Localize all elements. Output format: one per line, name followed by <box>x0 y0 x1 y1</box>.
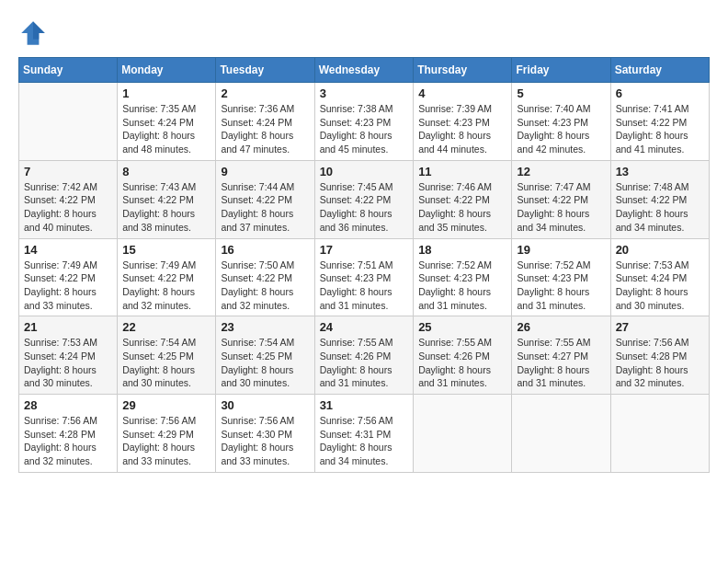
calendar-day-cell: 18Sunrise: 7:52 AMSunset: 4:23 PMDayligh… <box>414 238 512 316</box>
calendar-day-cell: 25Sunrise: 7:55 AMSunset: 4:26 PMDayligh… <box>414 316 512 395</box>
day-detail: Sunrise: 7:49 AMSunset: 4:22 PMDaylight:… <box>24 259 112 313</box>
day-number: 9 <box>221 165 309 178</box>
calendar-day-cell: 26Sunrise: 7:55 AMSunset: 4:27 PMDayligh… <box>512 316 610 395</box>
day-detail: Sunrise: 7:56 AMSunset: 4:31 PMDaylight:… <box>320 414 409 468</box>
day-number: 4 <box>418 86 506 100</box>
day-detail: Sunrise: 7:55 AMSunset: 4:26 PMDaylight:… <box>320 336 409 390</box>
calendar-day-cell: 15Sunrise: 7:49 AMSunset: 4:22 PMDayligh… <box>118 238 216 316</box>
day-detail: Sunrise: 7:56 AMSunset: 4:30 PMDaylight:… <box>221 414 309 468</box>
day-number: 19 <box>517 243 605 257</box>
day-number: 13 <box>616 165 704 178</box>
weekday-header-cell: Thursday <box>414 58 512 83</box>
calendar-day-cell: 28Sunrise: 7:56 AMSunset: 4:28 PMDayligh… <box>19 395 118 473</box>
day-number: 28 <box>24 398 112 412</box>
calendar-day-cell: 8Sunrise: 7:43 AMSunset: 4:22 PMDaylight… <box>118 160 216 238</box>
weekday-header-row: SundayMondayTuesdayWednesdayThursdayFrid… <box>19 58 710 83</box>
day-number: 7 <box>24 165 112 178</box>
day-detail: Sunrise: 7:53 AMSunset: 4:24 PMDaylight:… <box>24 336 112 390</box>
day-number: 31 <box>320 398 409 412</box>
day-number: 27 <box>616 320 704 334</box>
calendar-day-cell: 5Sunrise: 7:40 AMSunset: 4:23 PMDaylight… <box>512 83 610 161</box>
calendar-day-cell: 14Sunrise: 7:49 AMSunset: 4:22 PMDayligh… <box>19 238 118 316</box>
day-detail: Sunrise: 7:43 AMSunset: 4:22 PMDaylight:… <box>122 180 210 235</box>
calendar-day-cell <box>512 395 610 473</box>
day-detail: Sunrise: 7:42 AMSunset: 4:22 PMDaylight:… <box>24 180 112 235</box>
day-number: 8 <box>122 165 210 178</box>
day-number: 5 <box>517 86 605 100</box>
calendar-week-row: 1Sunrise: 7:35 AMSunset: 4:24 PMDaylight… <box>19 83 710 161</box>
day-detail: Sunrise: 7:47 AMSunset: 4:22 PMDaylight:… <box>517 180 605 235</box>
calendar-day-cell: 22Sunrise: 7:54 AMSunset: 4:25 PMDayligh… <box>118 316 216 395</box>
day-detail: Sunrise: 7:35 AMSunset: 4:24 PMDaylight:… <box>122 102 210 156</box>
calendar-week-row: 28Sunrise: 7:56 AMSunset: 4:28 PMDayligh… <box>19 395 710 473</box>
svg-marker-1 <box>33 21 45 39</box>
weekday-header-cell: Tuesday <box>216 58 314 83</box>
day-number: 1 <box>122 86 210 100</box>
calendar-day-cell: 4Sunrise: 7:39 AMSunset: 4:23 PMDaylight… <box>414 83 512 161</box>
logo-icon <box>18 18 48 48</box>
day-detail: Sunrise: 7:50 AMSunset: 4:22 PMDaylight:… <box>221 259 309 313</box>
day-detail: Sunrise: 7:54 AMSunset: 4:25 PMDaylight:… <box>122 336 210 390</box>
day-detail: Sunrise: 7:46 AMSunset: 4:22 PMDaylight:… <box>418 180 506 235</box>
calendar-body: 1Sunrise: 7:35 AMSunset: 4:24 PMDaylight… <box>19 83 710 473</box>
day-number: 11 <box>418 165 506 178</box>
calendar-day-cell: 12Sunrise: 7:47 AMSunset: 4:22 PMDayligh… <box>512 160 610 238</box>
calendar-day-cell: 6Sunrise: 7:41 AMSunset: 4:22 PMDaylight… <box>610 83 709 161</box>
day-detail: Sunrise: 7:52 AMSunset: 4:23 PMDaylight:… <box>418 259 506 313</box>
day-detail: Sunrise: 7:55 AMSunset: 4:26 PMDaylight:… <box>418 336 506 390</box>
calendar-day-cell: 1Sunrise: 7:35 AMSunset: 4:24 PMDaylight… <box>118 83 216 161</box>
day-detail: Sunrise: 7:49 AMSunset: 4:22 PMDaylight:… <box>122 259 210 313</box>
page-header <box>18 18 710 48</box>
day-number: 6 <box>616 86 704 100</box>
day-number: 16 <box>221 243 309 257</box>
calendar-day-cell: 11Sunrise: 7:46 AMSunset: 4:22 PMDayligh… <box>414 160 512 238</box>
day-detail: Sunrise: 7:40 AMSunset: 4:23 PMDaylight:… <box>517 102 605 156</box>
weekday-header-cell: Wednesday <box>314 58 414 83</box>
calendar-day-cell: 29Sunrise: 7:56 AMSunset: 4:29 PMDayligh… <box>118 395 216 473</box>
day-number: 21 <box>24 320 112 334</box>
day-number: 23 <box>221 320 309 334</box>
day-number: 3 <box>320 86 409 100</box>
logo <box>18 18 51 48</box>
calendar-day-cell <box>610 395 709 473</box>
calendar-day-cell: 30Sunrise: 7:56 AMSunset: 4:30 PMDayligh… <box>216 395 314 473</box>
day-number: 12 <box>517 165 605 178</box>
day-number: 10 <box>320 165 409 178</box>
calendar-day-cell: 27Sunrise: 7:56 AMSunset: 4:28 PMDayligh… <box>610 316 709 395</box>
calendar-day-cell: 23Sunrise: 7:54 AMSunset: 4:25 PMDayligh… <box>216 316 314 395</box>
calendar-week-row: 14Sunrise: 7:49 AMSunset: 4:22 PMDayligh… <box>19 238 710 316</box>
calendar-day-cell: 31Sunrise: 7:56 AMSunset: 4:31 PMDayligh… <box>314 395 414 473</box>
day-detail: Sunrise: 7:39 AMSunset: 4:23 PMDaylight:… <box>418 102 506 156</box>
day-number: 14 <box>24 243 112 257</box>
day-detail: Sunrise: 7:36 AMSunset: 4:24 PMDaylight:… <box>221 102 309 156</box>
day-number: 17 <box>320 243 409 257</box>
day-number: 22 <box>122 320 210 334</box>
weekday-header-cell: Sunday <box>19 58 118 83</box>
day-detail: Sunrise: 7:48 AMSunset: 4:22 PMDaylight:… <box>616 180 704 235</box>
day-number: 29 <box>122 398 210 412</box>
day-detail: Sunrise: 7:55 AMSunset: 4:27 PMDaylight:… <box>517 336 605 390</box>
day-detail: Sunrise: 7:56 AMSunset: 4:28 PMDaylight:… <box>616 336 704 390</box>
calendar-day-cell: 7Sunrise: 7:42 AMSunset: 4:22 PMDaylight… <box>19 160 118 238</box>
day-detail: Sunrise: 7:45 AMSunset: 4:22 PMDaylight:… <box>320 180 409 235</box>
calendar-table: SundayMondayTuesdayWednesdayThursdayFrid… <box>18 57 710 473</box>
calendar-day-cell: 2Sunrise: 7:36 AMSunset: 4:24 PMDaylight… <box>216 83 314 161</box>
day-detail: Sunrise: 7:54 AMSunset: 4:25 PMDaylight:… <box>221 336 309 390</box>
calendar-day-cell: 3Sunrise: 7:38 AMSunset: 4:23 PMDaylight… <box>314 83 414 161</box>
calendar-day-cell: 21Sunrise: 7:53 AMSunset: 4:24 PMDayligh… <box>19 316 118 395</box>
calendar-day-cell <box>19 83 118 161</box>
calendar-week-row: 7Sunrise: 7:42 AMSunset: 4:22 PMDaylight… <box>19 160 710 238</box>
day-number: 18 <box>418 243 506 257</box>
calendar-day-cell: 19Sunrise: 7:52 AMSunset: 4:23 PMDayligh… <box>512 238 610 316</box>
day-number: 2 <box>221 86 309 100</box>
day-number: 20 <box>616 243 704 257</box>
day-detail: Sunrise: 7:52 AMSunset: 4:23 PMDaylight:… <box>517 259 605 313</box>
day-number: 26 <box>517 320 605 334</box>
calendar-day-cell: 10Sunrise: 7:45 AMSunset: 4:22 PMDayligh… <box>314 160 414 238</box>
calendar-day-cell: 24Sunrise: 7:55 AMSunset: 4:26 PMDayligh… <box>314 316 414 395</box>
day-detail: Sunrise: 7:56 AMSunset: 4:28 PMDaylight:… <box>24 414 112 468</box>
day-number: 30 <box>221 398 309 412</box>
day-number: 25 <box>418 320 506 334</box>
day-detail: Sunrise: 7:51 AMSunset: 4:23 PMDaylight:… <box>320 259 409 313</box>
calendar-day-cell <box>414 395 512 473</box>
